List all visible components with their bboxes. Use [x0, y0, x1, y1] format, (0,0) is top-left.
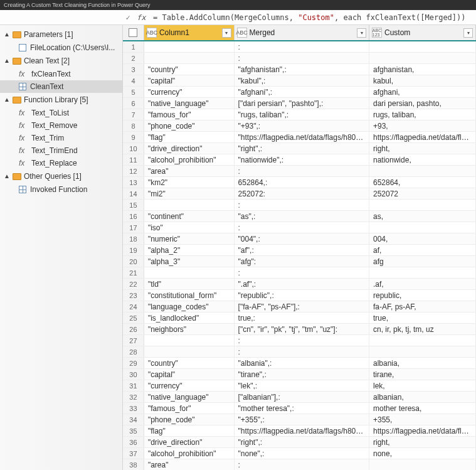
- row-number[interactable]: 24: [123, 301, 144, 312]
- cell-merged[interactable]: :: [235, 200, 369, 210]
- table-row[interactable]: 31"currency""lek",:lek,: [123, 380, 476, 392]
- table-row[interactable]: 14 "mi2"252072:252072: [123, 188, 476, 200]
- table-row[interactable]: 7"famous_for""rugs, taliban",:rugs, tali…: [123, 109, 476, 120]
- cell-custom[interactable]: afghanistan,: [369, 64, 476, 75]
- cell-custom[interactable]: +93,: [369, 120, 476, 131]
- column-filter-dropdown[interactable]: ▾: [357, 28, 366, 38]
- row-number[interactable]: 1: [123, 41, 144, 52]
- formula-bar[interactable]: ✓ fx = Table.AddColumn(MergeColumns, "Cu…: [0, 10, 476, 25]
- column-header-custom[interactable]: ABC 123 Custom ▾: [369, 25, 476, 40]
- cell-merged[interactable]: "https://flagpedia.net/data/flags/h80/af…: [235, 132, 369, 142]
- table-row[interactable]: 33"famous_for""mother teresa",:mother te…: [123, 403, 476, 414]
- cell-column1[interactable]: "country": [144, 64, 235, 75]
- cell-column1[interactable]: "constitutional_form": [144, 290, 235, 301]
- cell-custom[interactable]: [369, 53, 476, 63]
- cell-custom[interactable]: albanian,: [369, 392, 476, 402]
- cell-custom[interactable]: 252072: [369, 188, 476, 199]
- cell-column1[interactable]: [144, 335, 235, 346]
- cell-column1[interactable]: "country": [144, 358, 235, 368]
- cell-merged[interactable]: ["dari persian", "pashto"],:: [235, 98, 369, 109]
- cell-merged[interactable]: "kabul",:: [235, 75, 369, 86]
- cell-column1[interactable]: "flag": [144, 132, 235, 142]
- cell-column1[interactable]: [144, 267, 235, 278]
- table-row[interactable]: 12"area":: [123, 166, 476, 177]
- cell-column1[interactable]: "drive_direction": [144, 143, 235, 154]
- row-number[interactable]: 18: [123, 233, 144, 244]
- row-number[interactable]: 38: [123, 459, 144, 470]
- row-number[interactable]: 33: [123, 403, 144, 414]
- cell-column1[interactable]: "iso": [144, 222, 235, 233]
- column-header-merged[interactable]: ABC Merged ▾: [235, 25, 369, 40]
- row-number[interactable]: 7: [123, 109, 144, 120]
- row-number[interactable]: 10: [123, 143, 144, 154]
- cell-column1[interactable]: "mi2": [144, 188, 235, 199]
- group-other-queries[interactable]: ▲ Other Queries [1]: [0, 169, 122, 183]
- cell-merged[interactable]: "republic",:: [235, 290, 369, 301]
- row-number[interactable]: 15: [123, 200, 144, 210]
- cell-column1[interactable]: "alpha_2": [144, 245, 235, 255]
- table-row[interactable]: 13 "km2"652864,:652864,: [123, 177, 476, 188]
- cell-column1[interactable]: "language_codes": [144, 301, 235, 312]
- table-row[interactable]: 15:: [123, 200, 476, 211]
- table-row[interactable]: 37"alcohol_prohibition""none",:none,: [123, 448, 476, 459]
- cell-custom[interactable]: [369, 166, 476, 176]
- cell-custom[interactable]: https://flagpedia.net/data/flags/h80/af.…: [369, 132, 476, 142]
- row-number[interactable]: 36: [123, 437, 144, 447]
- cell-custom[interactable]: cn, ir, pk, tj, tm, uz: [369, 324, 476, 334]
- cell-column1[interactable]: "numeric": [144, 233, 235, 244]
- table-row[interactable]: 17"iso":: [123, 222, 476, 233]
- cell-column1[interactable]: [144, 53, 235, 63]
- cell-column1[interactable]: "phone_code": [144, 414, 235, 425]
- cell-merged[interactable]: :: [235, 267, 369, 278]
- row-number[interactable]: 25: [123, 312, 144, 323]
- cell-merged[interactable]: ".af",:: [235, 279, 369, 289]
- cell-merged[interactable]: "af",:: [235, 245, 369, 255]
- cell-custom[interactable]: right,: [369, 143, 476, 154]
- query-text-replace[interactable]: fxText_Replace: [0, 157, 122, 169]
- cell-custom[interactable]: kabul,: [369, 75, 476, 86]
- cell-custom[interactable]: +355,: [369, 414, 476, 425]
- cell-custom[interactable]: albania,: [369, 358, 476, 368]
- row-number[interactable]: 11: [123, 154, 144, 165]
- queries-pane[interactable]: ▲ Parameters [1] FileLocation (C:\Users\…: [0, 25, 123, 470]
- cell-merged[interactable]: "tirane",:: [235, 369, 369, 380]
- table-row[interactable]: 30"capital""tirane",:tirane,: [123, 369, 476, 380]
- table-row[interactable]: 32"native_language"["albanian"],:albania…: [123, 392, 476, 403]
- type-any-icon[interactable]: ABC 123: [372, 28, 382, 38]
- table-row[interactable]: 27:: [123, 335, 476, 346]
- cell-merged[interactable]: "004",:: [235, 233, 369, 244]
- cell-merged[interactable]: "afghanistan",:: [235, 64, 369, 75]
- cell-merged[interactable]: 652864,:: [235, 177, 369, 188]
- cell-merged[interactable]: "right",:: [235, 437, 369, 447]
- cell-column1[interactable]: "alcohol_prohibition": [144, 154, 235, 165]
- table-row[interactable]: 23"constitutional_form""republic",:repub…: [123, 290, 476, 301]
- cell-custom[interactable]: .af,: [369, 279, 476, 289]
- query-invoked-function[interactable]: Invoked Function: [0, 183, 122, 196]
- cell-custom[interactable]: fa-AF, ps-AF,: [369, 301, 476, 312]
- cell-merged[interactable]: "rugs, taliban",:: [235, 109, 369, 120]
- cell-custom[interactable]: tirane,: [369, 369, 476, 380]
- collapse-icon[interactable]: ▲: [4, 97, 10, 103]
- row-number[interactable]: 2: [123, 53, 144, 63]
- column-filter-dropdown[interactable]: ▾: [222, 28, 231, 38]
- cell-column1[interactable]: "tld": [144, 279, 235, 289]
- formula-commit-icon[interactable]: ✓: [123, 13, 133, 22]
- cell-merged[interactable]: :: [235, 222, 369, 233]
- table-row[interactable]: 11"alcohol_prohibition""nationwide",:nat…: [123, 154, 476, 166]
- type-text-icon[interactable]: ABC: [237, 28, 247, 38]
- row-number[interactable]: 17: [123, 222, 144, 233]
- query-fxcleantext[interactable]: fx fxCleanText: [0, 68, 122, 80]
- cell-merged[interactable]: ["fa-AF", "ps-AF"],:: [235, 301, 369, 312]
- cell-custom[interactable]: [369, 346, 476, 357]
- row-number[interactable]: 28: [123, 346, 144, 357]
- cell-column1[interactable]: "neighbors": [144, 324, 235, 334]
- cell-custom[interactable]: [369, 267, 476, 278]
- cell-custom[interactable]: lek,: [369, 380, 476, 391]
- cell-column1[interactable]: "drive_direction": [144, 437, 235, 447]
- table-row[interactable]: 16"continent""as",:as,: [123, 211, 476, 222]
- cell-merged[interactable]: "right",:: [235, 143, 369, 154]
- cell-column1[interactable]: "famous_for": [144, 109, 235, 120]
- row-number[interactable]: 9: [123, 132, 144, 142]
- table-row[interactable]: 21:: [123, 267, 476, 279]
- group-parameters[interactable]: ▲ Parameters [1]: [0, 28, 122, 41]
